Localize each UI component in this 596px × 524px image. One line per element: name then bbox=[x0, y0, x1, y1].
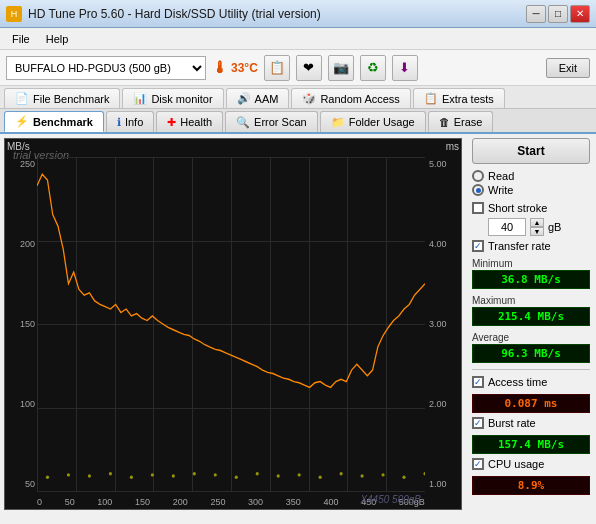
read-write-radio-group: Read Write bbox=[472, 170, 590, 196]
maximum-value: 215.4 MB/s bbox=[472, 307, 590, 326]
tab-folder-usage-label: Folder Usage bbox=[349, 116, 415, 128]
y-left-250: 250 bbox=[7, 159, 35, 169]
y-axis-left: 250 200 150 100 50 bbox=[7, 159, 35, 489]
burst-rate-checkbox-item[interactable]: Burst rate bbox=[472, 417, 590, 429]
minimum-value: 36.8 MB/s bbox=[472, 270, 590, 289]
tab-folder-usage[interactable]: 📁 Folder Usage bbox=[320, 111, 426, 132]
tab-file-benchmark-label: File Benchmark bbox=[33, 93, 109, 105]
grid-h-5 bbox=[37, 491, 425, 492]
access-time-stat: 0.087 ms bbox=[472, 394, 590, 413]
stroke-up-button[interactable]: ▲ bbox=[530, 218, 544, 227]
close-button[interactable]: ✕ bbox=[570, 5, 590, 23]
cpu-usage-value: 8.9% bbox=[472, 476, 590, 495]
tab-info[interactable]: ℹ Info bbox=[106, 111, 154, 132]
benchmark-line bbox=[37, 174, 425, 387]
svg-point-15 bbox=[361, 474, 364, 477]
tab-health-label: Health bbox=[180, 116, 212, 128]
svg-point-4 bbox=[130, 475, 133, 478]
toolbar-btn-5[interactable]: ⬇ bbox=[392, 55, 418, 81]
tab-error-scan[interactable]: 🔍 Error Scan bbox=[225, 111, 318, 132]
short-stroke-checkbox-item[interactable]: Short stroke bbox=[472, 202, 590, 214]
svg-point-16 bbox=[381, 473, 384, 476]
tab-info-label: Info bbox=[125, 116, 143, 128]
temperature-display: 🌡 33°C bbox=[212, 59, 258, 77]
tab-aam[interactable]: 🔊 AAM bbox=[226, 88, 290, 108]
write-radio-item[interactable]: Write bbox=[472, 184, 590, 196]
tab-benchmark-label: Benchmark bbox=[33, 116, 93, 128]
tab-aam-label: AAM bbox=[255, 93, 279, 105]
tabs-row1: 📄 File Benchmark 📊 Disk monitor 🔊 AAM 🎲 … bbox=[0, 86, 596, 109]
tab-disk-monitor[interactable]: 📊 Disk monitor bbox=[122, 88, 223, 108]
tab-random-access[interactable]: 🎲 Random Access bbox=[291, 88, 410, 108]
svg-point-10 bbox=[256, 472, 259, 475]
toolbar-btn-1[interactable]: 📋 bbox=[264, 55, 290, 81]
title-bar-left: H HD Tune Pro 5.60 - Hard Disk/SSD Utili… bbox=[6, 6, 321, 22]
burst-rate-value: 157.4 MB/s bbox=[472, 435, 590, 454]
tabs-row2: ⚡ Benchmark ℹ Info ✚ Health 🔍 Error Scan… bbox=[0, 109, 596, 134]
tab-benchmark[interactable]: ⚡ Benchmark bbox=[4, 111, 104, 132]
maximum-stat: Maximum 215.4 MB/s bbox=[472, 295, 590, 326]
y-right-200: 2.00 bbox=[429, 399, 459, 409]
stroke-spinner: ▲ ▼ bbox=[530, 218, 544, 236]
y-right-400: 4.00 bbox=[429, 239, 459, 249]
y-axis-right: 5.00 4.00 3.00 2.00 1.00 bbox=[429, 159, 459, 489]
svg-point-18 bbox=[423, 472, 425, 475]
transfer-rate-checkbox-item[interactable]: Transfer rate bbox=[472, 240, 590, 252]
disk-select[interactable]: BUFFALO HD-PGDU3 (500 gB) bbox=[6, 56, 206, 80]
write-radio-label: Write bbox=[488, 184, 513, 196]
tab-file-benchmark[interactable]: 📄 File Benchmark bbox=[4, 88, 120, 108]
y-right-100: 1.00 bbox=[429, 479, 459, 489]
stroke-down-button[interactable]: ▼ bbox=[530, 227, 544, 236]
svg-point-8 bbox=[214, 473, 217, 476]
stroke-row: ▲ ▼ gB bbox=[488, 218, 590, 236]
x-label-250: 250 bbox=[210, 497, 225, 507]
disk-monitor-icon: 📊 bbox=[133, 92, 147, 105]
thermometer-icon: 🌡 bbox=[212, 59, 228, 77]
erase-icon: 🗑 bbox=[439, 116, 450, 128]
file-benchmark-icon: 📄 bbox=[15, 92, 29, 105]
burst-rate-checkbox bbox=[472, 417, 484, 429]
menu-file[interactable]: File bbox=[4, 31, 38, 47]
short-stroke-checkbox bbox=[472, 202, 484, 214]
svg-point-11 bbox=[277, 474, 280, 477]
error-scan-icon: 🔍 bbox=[236, 116, 250, 129]
menu-help[interactable]: Help bbox=[38, 31, 77, 47]
access-time-label: Access time bbox=[488, 376, 547, 388]
cpu-usage-stat: 8.9% bbox=[472, 476, 590, 495]
stroke-input[interactable] bbox=[488, 218, 526, 236]
y-left-100: 100 bbox=[7, 399, 35, 409]
tab-erase[interactable]: 🗑 Erase bbox=[428, 111, 494, 132]
start-button[interactable]: Start bbox=[472, 138, 590, 164]
menu-bar: File Help bbox=[0, 28, 596, 50]
window-title: HD Tune Pro 5.60 - Hard Disk/SSD Utility… bbox=[28, 7, 321, 21]
svg-point-17 bbox=[402, 475, 405, 478]
average-stat: Average 96.3 MB/s bbox=[472, 332, 590, 363]
window-controls: ─ □ ✕ bbox=[526, 5, 590, 23]
svg-point-1 bbox=[67, 473, 70, 476]
tab-extra-tests[interactable]: 📋 Extra tests bbox=[413, 88, 505, 108]
read-radio-circle bbox=[472, 170, 484, 182]
minimize-button[interactable]: ─ bbox=[526, 5, 546, 23]
tab-disk-monitor-label: Disk monitor bbox=[151, 93, 212, 105]
exit-button[interactable]: Exit bbox=[546, 58, 590, 78]
benchmark-chart-svg bbox=[37, 157, 425, 491]
toolbar-btn-3[interactable]: 📷 bbox=[328, 55, 354, 81]
x-label-350: 350 bbox=[286, 497, 301, 507]
title-bar: H HD Tune Pro 5.60 - Hard Disk/SSD Utili… bbox=[0, 0, 596, 28]
access-time-checkbox-item[interactable]: Access time bbox=[472, 376, 590, 388]
short-stroke-label: Short stroke bbox=[488, 202, 547, 214]
x-label-100: 100 bbox=[97, 497, 112, 507]
tab-health[interactable]: ✚ Health bbox=[156, 111, 223, 132]
access-time-dots bbox=[46, 472, 425, 479]
maximize-button[interactable]: □ bbox=[548, 5, 568, 23]
read-radio-item[interactable]: Read bbox=[472, 170, 590, 182]
toolbar-btn-2[interactable]: ❤ bbox=[296, 55, 322, 81]
minimum-stat: Minimum 36.8 MB/s bbox=[472, 258, 590, 289]
y-right-500: 5.00 bbox=[429, 159, 459, 169]
svg-point-13 bbox=[319, 475, 322, 478]
toolbar-btn-4[interactable]: ♻ bbox=[360, 55, 386, 81]
benchmark-icon: ⚡ bbox=[15, 115, 29, 128]
svg-point-7 bbox=[193, 472, 196, 475]
folder-usage-icon: 📁 bbox=[331, 116, 345, 129]
cpu-usage-checkbox-item[interactable]: CPU usage bbox=[472, 458, 590, 470]
